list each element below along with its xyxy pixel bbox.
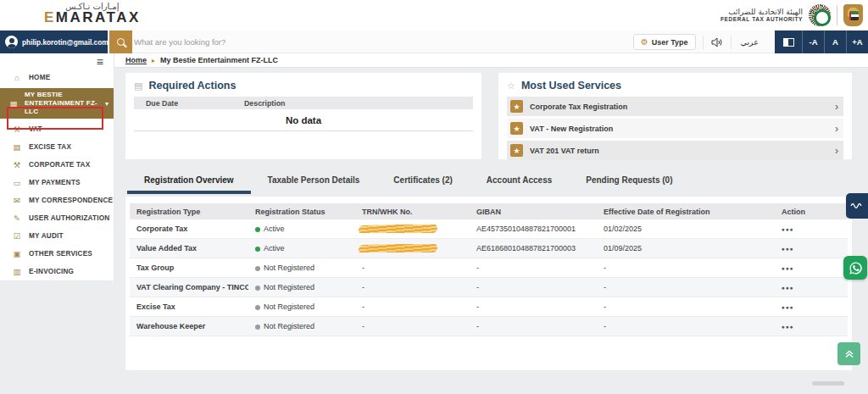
tab-pending-requests[interactable]: Pending Requests (0)	[569, 168, 689, 194]
sidebar-item-label: VAT	[29, 125, 42, 133]
sidebar-item-vat[interactable]: ⚒ VAT	[0, 120, 114, 138]
sidebar-item-home[interactable]: ⌂ HOME	[0, 69, 114, 86]
status-dot-inactive	[255, 266, 260, 271]
trn-cell: 104887821700002	[355, 244, 470, 252]
giban-cell: AE618680104887821700003	[470, 244, 597, 252]
required-actions-icon: ▤	[134, 80, 142, 92]
sidebar-item-company[interactable]: ▦ MY BESTIE ENTERTAINMENT FZ-LLC ▾	[0, 88, 114, 119]
redacted-trn: 104887821700001	[362, 225, 432, 233]
registration-type: VAT Clearing Company - TINCO	[130, 283, 248, 291]
most-used-services-panel: ☆ Most Used Services ★ Corporate Tax Reg…	[498, 73, 852, 159]
uae-emblem-icon	[843, 4, 863, 26]
sidebar-item-corporate-tax[interactable]: ⚒ CORPORATE TAX	[0, 156, 114, 174]
sidebar: ≡ ⌂ HOME ▦ MY BESTIE ENTERTAINMENT FZ-LL…	[0, 53, 114, 280]
service-label: VAT 201 VAT return	[530, 147, 828, 155]
required-actions-title: Required Actions	[148, 80, 236, 92]
breadcrumb-home-link[interactable]: Home	[125, 56, 147, 64]
sidebar-item-other-services[interactable]: ▣ OTHER SERVICES	[0, 245, 114, 263]
header-controls: ⚙ User Type عربي -A A +A	[633, 31, 868, 53]
horizontal-scrollbar-thumb[interactable]	[812, 381, 844, 386]
feedback-side-tab[interactable]	[846, 193, 868, 219]
row-actions-menu[interactable]: ●●●	[775, 285, 843, 291]
registration-type: Value Added Tax	[130, 244, 248, 252]
sidebar-collapse-button[interactable]: ≡	[0, 53, 114, 69]
feedback-icon	[850, 201, 864, 211]
registration-type: Warehouse Keeper	[130, 322, 248, 330]
status-text: Not Registered	[264, 302, 314, 311]
fta-logo-block: الهيئة الاتحادية للضرائب FEDERAL TAX AUT…	[721, 3, 863, 28]
column-description: Description	[244, 99, 285, 108]
tab-registration-overview[interactable]: Registration Overview	[127, 168, 251, 194]
accessibility-group: -A A +A	[775, 31, 868, 53]
sidebar-item-label: E-INVOICING	[29, 268, 74, 275]
status-badge: Not Registered	[248, 302, 355, 311]
other-services-icon: ▣	[12, 249, 22, 258]
chevron-down-icon: ▾	[105, 100, 108, 108]
status-dot-inactive	[255, 305, 260, 310]
scroll-to-top-button[interactable]	[837, 342, 860, 365]
breadcrumb-current: My Bestie Entertainment FZ-LLC	[160, 56, 278, 64]
sidebar-item-label: MY AUDIT	[29, 232, 64, 240]
excise-tax-icon: ▤	[12, 142, 22, 152]
sidebar-item-e-invoicing[interactable]: ▥ E-INVOICING	[0, 263, 114, 280]
service-label: Corporate Tax Registration	[530, 103, 828, 111]
font-default-button[interactable]: A	[824, 31, 846, 53]
row-actions-menu[interactable]: ●●●	[775, 226, 843, 232]
table-row-vat-clearing-company: VAT Clearing Company - TINCO Not Registe…	[130, 278, 848, 297]
sidebar-item-user-authorization[interactable]: ✎ USER AUTHORIZATION	[0, 209, 114, 227]
row-actions-menu[interactable]: ●●●	[775, 265, 843, 271]
tab-certificates[interactable]: Certificates (2)	[376, 168, 469, 194]
language-toggle-button[interactable]: عربي	[731, 36, 768, 49]
column-due-date: Due Date	[134, 99, 244, 108]
home-icon: ⌂	[12, 73, 22, 82]
status-dot-active	[255, 227, 260, 232]
giban-cell: -	[470, 283, 597, 291]
redacted-trn: 104887821700002	[362, 244, 432, 252]
trn-cell: -	[355, 322, 470, 330]
user-email: philip.korotin@gmail.com	[22, 38, 108, 47]
sidebar-item-my-correspondence[interactable]: ✉ MY CORRESPONDENCE	[0, 191, 114, 209]
fta-english-text: FEDERAL TAX AUTHORITY	[721, 16, 803, 22]
chevron-right-icon: ›	[835, 145, 838, 157]
effective-date-cell: 01/02/2025	[597, 225, 775, 233]
font-decrease-button[interactable]: -A	[802, 31, 824, 53]
whatsapp-button[interactable]	[843, 256, 867, 280]
row-actions-menu[interactable]: ●●●	[775, 246, 843, 252]
emaratax-dashboard: إمـارات تـاكـس EMARATAX الهيئة الاتحادية…	[0, 0, 868, 394]
tab-account-access[interactable]: Account Access	[470, 168, 569, 194]
sidebar-item-my-payments[interactable]: ▭ MY PAYMENTS	[0, 174, 114, 191]
user-type-button[interactable]: ⚙ User Type	[633, 34, 696, 50]
most-used-services-title: Most Used Services	[521, 80, 621, 92]
status-text: Active	[264, 225, 285, 233]
row-actions-menu[interactable]: ●●●	[775, 304, 843, 310]
status-badge: Not Registered	[248, 283, 355, 291]
status-badge: Active	[248, 225, 355, 233]
row-actions-menu[interactable]: ●●●	[775, 324, 843, 330]
font-increase-button[interactable]: +A	[846, 31, 868, 53]
service-item-corporate-tax-registration[interactable]: ★ Corporate Tax Registration ›	[507, 97, 843, 116]
giban-cell: AE457350104887821700001	[470, 225, 597, 233]
search-button[interactable]	[109, 31, 132, 53]
status-text: Active	[264, 244, 285, 252]
sidebar-item-my-audit[interactable]: ☑ MY AUDIT	[0, 227, 114, 245]
breadcrumb: Home ▸ My Bestie Entertainment FZ-LLC	[114, 53, 868, 68]
status-dot-inactive	[255, 325, 260, 330]
sidebar-item-label: CORPORATE TAX	[29, 161, 90, 169]
contrast-toggle-button[interactable]	[775, 31, 802, 53]
registration-type: Corporate Tax	[130, 225, 248, 233]
trn-cell: 104887821700001	[355, 225, 470, 233]
status-text: Not Registered	[264, 322, 314, 330]
table-row-corporate-tax: Corporate Tax Active 104887821700001 AE4…	[130, 219, 848, 239]
user-authorization-icon: ✎	[12, 214, 22, 223]
registration-type: Excise Tax	[130, 302, 248, 311]
giban-cell: -	[470, 322, 597, 330]
user-account-menu[interactable]: philip.korotin@gmail.com ▾	[0, 31, 108, 53]
tab-taxable-person-details[interactable]: Taxable Person Details	[251, 168, 377, 194]
text-to-speech-button[interactable]	[703, 36, 731, 49]
sidebar-item-excise-tax[interactable]: ▤ EXCISE TAX	[0, 138, 114, 156]
envelope-icon: ✉	[12, 196, 22, 205]
service-item-vat-201-return[interactable]: ★ VAT 201 VAT return ›	[507, 141, 843, 160]
search-input[interactable]	[134, 31, 676, 53]
service-item-vat-new-registration[interactable]: ★ VAT - New Registration ›	[507, 119, 843, 138]
user-avatar-icon	[5, 36, 18, 48]
